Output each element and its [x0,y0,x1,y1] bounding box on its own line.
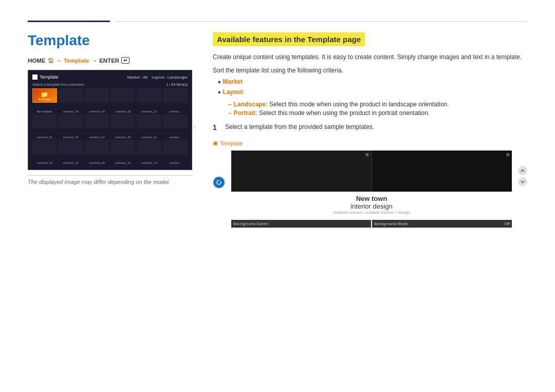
sub-label-portrait: Portrait [234,109,256,117]
preview-btn-background-screen[interactable]: Background.Sceen [231,220,371,228]
label-common10b: common_10 [32,161,57,164]
template-preview-text: Template [220,140,243,146]
label-common08: common_08 [85,161,109,164]
layout-control[interactable]: Layout : Landscape [152,75,188,80]
template-item-r2-3[interactable] [85,114,109,128]
btn2-label: Background.Music [374,221,408,226]
market-control[interactable]: Market : All [127,75,148,80]
sub-bullet-landscape: – [228,101,232,108]
template-item-r3-4[interactable] [110,140,135,154]
step-1: 1 Select a template from the provided sa… [213,123,527,132]
label-common-x2: commo... [163,136,188,139]
enter-icon: ↵ [121,57,130,64]
template-item-r2-5[interactable] [137,114,161,128]
left-panel: Template HOME 🏠 → Template → ENTER ↵ Tem… [28,32,192,228]
template-ui-title: Template [40,74,59,80]
label-my-template: My template [32,110,57,113]
feature-title: Available features in the Template page [213,32,365,46]
sub-item-portrait: – Portrait: Select this mode when using … [228,109,449,117]
label-common12: common_12 [137,110,161,113]
sub-bullet-portrait: – [228,109,232,117]
chevron-up-icon [520,168,525,173]
screen-icon-left: ⊞ [365,152,369,157]
top-line-divider [115,21,527,22]
template-item-r3-2[interactable] [59,140,83,154]
nav-up-button[interactable] [518,166,527,175]
preview-btn-background-music[interactable]: Background.Music Off [372,220,512,228]
label-common-x: commo... [163,110,188,113]
label-common07: common_07 [85,136,109,139]
template-item-r3-1[interactable] [32,140,57,154]
template-ui-header: Template Market : All Layout : Landscape [32,74,188,80]
bullet-dot-market: • [218,78,221,86]
sort-description: Sort the template list using the followi… [213,67,527,74]
nav-left-circle[interactable] [213,177,225,188]
template-item-5[interactable] [137,88,161,103]
description-text: Create unique content using templates. I… [213,52,527,62]
bullet-dot-layout: • [218,88,221,97]
preview-buttons: Background.Sceen Background.Music Off [231,220,512,228]
screen-panel-left: ⊞ [231,151,372,192]
template-grid-row2 [32,114,188,128]
label-common21: common_21 [110,161,135,164]
template-item-3[interactable] [85,88,109,103]
template-item-r3-3[interactable] [85,140,109,154]
template-item-r2-6[interactable] [163,114,188,128]
preview-title2: interior design [231,202,512,210]
nav-left[interactable] [213,176,225,189]
label-common-x3: commo... [163,161,188,164]
page-title: Template [28,32,192,49]
chevron-right-icon[interactable]: › [193,123,196,132]
breadcrumb-home: HOME [28,58,46,64]
refresh-icon [216,180,221,185]
btn2-value: Off [504,221,510,226]
template-item-r3-6[interactable] [163,140,188,154]
sub-list: – Landscape: Select this mode when using… [218,101,449,118]
template-item-6[interactable] [163,88,188,103]
template-ui-controls: Market : All Layout : Landscape [127,75,188,80]
step-number-1: 1 [213,123,221,132]
template-item-r2-4[interactable] [110,114,135,128]
breadcrumb-current: Template [64,58,89,64]
label-common11: common_11 [137,136,161,139]
divider [28,175,192,176]
template-item-2[interactable] [59,88,83,103]
nav-right-buttons [518,166,527,186]
bullet-label-market: Market [223,78,243,85]
top-lines [0,0,555,22]
svg-marker-0 [220,181,221,182]
template-item-r3-5[interactable] [137,140,161,154]
folder-icon: 📁 [41,91,48,98]
sub-label-landscape: Landscape [234,101,266,108]
nav-down-button[interactable] [518,177,527,186]
bullet-label-layout: Layout [223,88,243,96]
template-preview-section: ▣ Template ⊞ [213,140,527,228]
template-logo-icon [32,74,38,80]
sub-text-landscape: : Select this mode when using the produc… [266,101,449,108]
breadcrumb-arrow1: → [56,58,62,64]
screen-panel-right: ⊞ [373,151,512,192]
template-item-4[interactable] [110,88,135,103]
my-template-label: My template [39,98,51,101]
label-common04: common_04 [85,110,109,113]
chevron-down-icon [520,179,525,184]
screen-icon-right: ⊞ [506,152,510,157]
template-grid-row1: 📁 My template [32,88,188,103]
template-subtitle: Select a template from submenu [32,83,84,86]
template-preview-icon: ▣ [213,140,218,146]
template-grid-row3 [32,140,188,154]
template-item-r2-2[interactable] [59,114,83,128]
sub-text-portrait: : Select this mode when using the produc… [255,109,430,117]
template-count: 1 / 64 Item(s) [166,83,188,86]
template-item-my[interactable]: 📁 My template [32,88,57,103]
note-text: The displayed image may differ depending… [28,179,192,185]
sub-item-landscape: – Landscape: Select this mode when using… [228,101,449,108]
bullet-list: • Market • Layout – Landscape: Select th… [213,78,527,118]
step-text-1: Select a template from the provided samp… [225,123,374,130]
breadcrumb: HOME 🏠 → Template → ENTER ↵ [28,57,192,64]
label-common11b: common_11 [59,161,83,164]
preview-title1: New town [231,195,512,202]
template-preview-label: ▣ Template [213,140,527,146]
template-item-r2-1[interactable] [32,114,57,128]
preview-text-area: New town interior design Suitable soluti… [231,192,512,218]
